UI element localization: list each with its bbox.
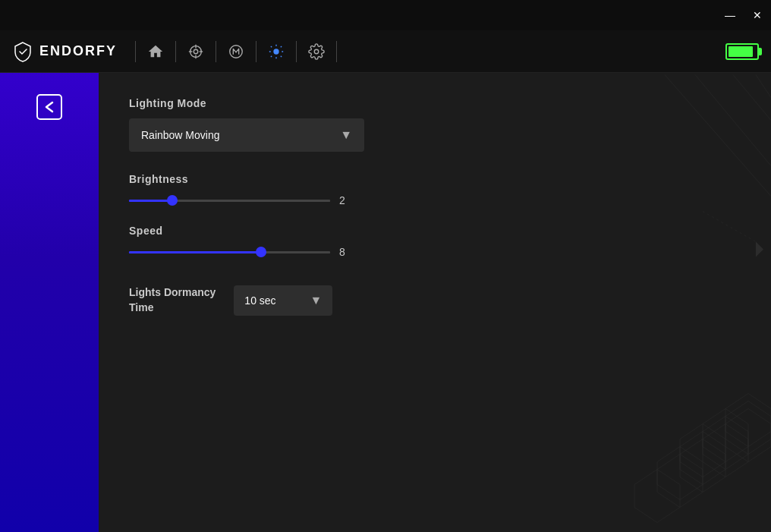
svg-marker-14 <box>756 242 763 257</box>
nav-bar: ENDORFY <box>0 30 771 73</box>
nav-home-button[interactable] <box>142 38 169 65</box>
lighting-mode-value: Rainbow Moving <box>141 129 220 141</box>
brightness-value: 2 <box>339 194 354 206</box>
battery-fill <box>729 46 753 57</box>
battery-indicator <box>725 43 759 60</box>
nav-divider-3 <box>216 41 216 62</box>
svg-marker-17 <box>725 394 771 447</box>
lighting-icon <box>268 43 285 60</box>
logo-icon <box>12 41 33 62</box>
svg-marker-22 <box>634 470 680 523</box>
svg-marker-24 <box>680 439 725 493</box>
nav-divider-1 <box>135 41 136 62</box>
nav-crosshair-button[interactable] <box>182 38 209 65</box>
speed-slider-row: 8 <box>129 246 741 258</box>
back-icon <box>36 93 63 121</box>
svg-marker-20 <box>703 417 748 470</box>
svg-point-7 <box>273 49 279 54</box>
nav-mode-button[interactable] <box>222 38 250 65</box>
logo-text: ENDORFY <box>39 43 117 59</box>
svg-rect-9 <box>37 95 61 119</box>
brightness-slider[interactable] <box>129 200 330 202</box>
minimize-button[interactable]: — <box>722 8 738 23</box>
dormancy-section: Lights DormancyTime 10 sec ▼ <box>129 285 741 316</box>
nav-logo: ENDORFY <box>12 41 117 62</box>
dormancy-value: 10 sec <box>244 294 275 307</box>
speed-label: Speed <box>129 225 741 237</box>
lighting-mode-label: Lighting Mode <box>129 97 741 109</box>
home-icon <box>147 43 164 60</box>
nav-divider-4 <box>256 41 256 62</box>
dormancy-label: Lights DormancyTime <box>129 285 216 315</box>
svg-marker-26 <box>725 409 771 462</box>
content-area: Lighting Mode Rainbow Moving ▼ Brightnes… <box>99 73 771 532</box>
svg-marker-25 <box>703 424 748 477</box>
mode-icon <box>228 43 244 60</box>
dormancy-dropdown[interactable]: 10 sec ▼ <box>234 285 332 316</box>
nav-divider-5 <box>296 41 297 62</box>
brightness-slider-row: 2 <box>129 194 741 206</box>
speed-value: 8 <box>339 246 354 258</box>
nav-divider-6 <box>336 41 337 62</box>
crosshair-icon <box>187 43 204 60</box>
sidebar <box>0 73 99 532</box>
nav-divider-2 <box>175 41 176 62</box>
nav-settings-button[interactable] <box>303 38 330 65</box>
svg-line-10 <box>695 75 771 166</box>
brightness-label: Brightness <box>129 173 741 185</box>
main-layout: Lighting Mode Rainbow Moving ▼ Brightnes… <box>0 73 771 532</box>
svg-marker-18 <box>657 447 703 500</box>
close-button[interactable]: ✕ <box>750 8 765 23</box>
battery-icon <box>725 43 759 60</box>
svg-point-1 <box>194 49 198 54</box>
title-bar-controls: — ✕ <box>722 8 765 23</box>
lighting-mode-chevron: ▼ <box>340 128 352 142</box>
svg-marker-21 <box>725 401 771 455</box>
back-button[interactable] <box>30 88 68 126</box>
settings-icon <box>308 43 325 60</box>
title-bar: — ✕ <box>0 0 771 30</box>
svg-marker-16 <box>703 409 748 462</box>
svg-marker-19 <box>680 432 725 485</box>
svg-marker-23 <box>657 455 703 508</box>
svg-line-12 <box>756 75 771 98</box>
svg-point-8 <box>314 49 319 54</box>
dormancy-chevron: ▼ <box>310 294 323 307</box>
speed-slider[interactable] <box>129 251 330 253</box>
nav-lighting-button[interactable] <box>263 38 290 65</box>
svg-marker-15 <box>680 424 725 477</box>
brightness-section: Brightness 2 <box>129 173 741 206</box>
lighting-mode-dropdown[interactable]: Rainbow Moving ▼ <box>129 118 364 152</box>
speed-section: Speed 8 <box>129 225 741 258</box>
